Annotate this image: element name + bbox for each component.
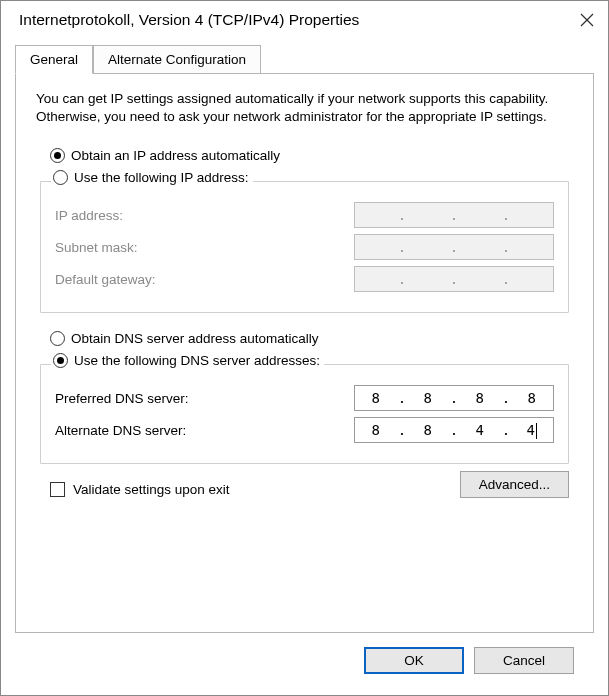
dns-manual-group: Use the following DNS server addresses: …	[40, 364, 569, 464]
tab-alternate-label: Alternate Configuration	[108, 52, 246, 67]
preferred-dns-label: Preferred DNS server:	[55, 391, 275, 406]
ok-button[interactable]: OK	[364, 647, 464, 674]
preferred-dns-octet-2[interactable]: 8	[408, 390, 448, 406]
ip-address-input: . . .	[354, 202, 554, 228]
subnet-mask-label: Subnet mask:	[55, 240, 275, 255]
cancel-button[interactable]: Cancel	[474, 647, 574, 674]
general-panel: You can get IP settings assigned automat…	[15, 73, 594, 633]
alternate-dns-input[interactable]: 8. 8. 4. 4	[354, 417, 554, 443]
ok-button-label: OK	[404, 653, 424, 668]
text-caret	[536, 423, 537, 439]
preferred-dns-octet-3[interactable]: 8	[460, 390, 500, 406]
tab-general[interactable]: General	[15, 45, 93, 74]
ip-manual-group: Use the following IP address: IP address…	[40, 181, 569, 313]
alternate-dns-octet-3[interactable]: 4	[460, 422, 500, 438]
radio-obtain-dns-auto[interactable]	[50, 331, 65, 346]
advanced-button-label: Advanced...	[479, 477, 550, 492]
default-gateway-input: . . .	[354, 266, 554, 292]
alternate-dns-label: Alternate DNS server:	[55, 423, 275, 438]
validate-settings-checkbox[interactable]	[50, 482, 65, 497]
alternate-dns-octet-1[interactable]: 8	[356, 422, 396, 438]
window-title: Internetprotokoll, Version 4 (TCP/IPv4) …	[19, 11, 359, 29]
cancel-button-label: Cancel	[503, 653, 545, 668]
default-gateway-label: Default gateway:	[55, 272, 275, 287]
tab-alternate-configuration[interactable]: Alternate Configuration	[93, 45, 261, 73]
radio-obtain-ip-auto-label: Obtain an IP address automatically	[71, 148, 280, 163]
radio-use-following-dns[interactable]	[53, 353, 68, 368]
advanced-button[interactable]: Advanced...	[460, 471, 569, 498]
tab-strip: General Alternate Configuration	[15, 45, 594, 73]
alternate-dns-octet-4[interactable]: 4	[512, 422, 552, 439]
description-text: You can get IP settings assigned automat…	[36, 90, 573, 126]
preferred-dns-octet-1[interactable]: 8	[356, 390, 396, 406]
close-icon[interactable]	[580, 13, 594, 27]
preferred-dns-octet-4[interactable]: 8	[512, 390, 552, 406]
radio-obtain-ip-auto[interactable]	[50, 148, 65, 163]
validate-settings-label: Validate settings upon exit	[73, 482, 230, 497]
ip-address-label: IP address:	[55, 208, 275, 223]
radio-use-following-ip-label: Use the following IP address:	[74, 170, 249, 185]
tab-general-label: General	[30, 52, 78, 67]
radio-use-following-dns-label: Use the following DNS server addresses:	[74, 353, 320, 368]
alternate-dns-octet-2[interactable]: 8	[408, 422, 448, 438]
preferred-dns-input[interactable]: 8. 8. 8. 8	[354, 385, 554, 411]
subnet-mask-input: . . .	[354, 234, 554, 260]
radio-obtain-dns-auto-label: Obtain DNS server address automatically	[71, 331, 319, 346]
radio-use-following-ip[interactable]	[53, 170, 68, 185]
